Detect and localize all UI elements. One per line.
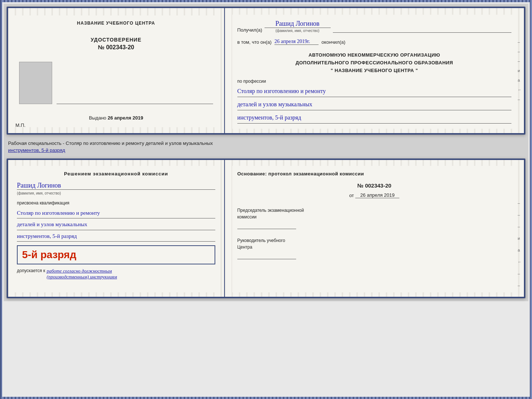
profession-label: по профессии xyxy=(237,79,511,84)
middle-text-line1: Рабочая специальность - Столяр по изгото… xyxy=(8,140,213,146)
org-name-quoted: " НАЗВАНИЕ УЧЕБНОГО ЦЕНТРА " xyxy=(237,67,511,75)
bottom-fio-label: (фамилия, имя, отчество) xyxy=(17,191,215,195)
profession-line2: деталей и узлов музыкальных xyxy=(237,99,511,110)
photo-placeholder xyxy=(19,62,52,104)
rank-text: 5-й разряд xyxy=(22,249,76,260)
issued-label: Выдано xyxy=(89,115,106,121)
doc-left-panel: НАЗВАНИЕ УЧЕБНОГО ЦЕНТРА УДОСТОВЕРЕНИЕ №… xyxy=(8,8,225,133)
bottom-recipient-name: Рашид Логинов xyxy=(17,182,215,190)
from-date: 26 апреля 2019 xyxy=(355,192,399,198)
allowed-handwritten: работе согласно должностным (производств… xyxy=(47,268,117,280)
director-signature-line xyxy=(237,253,296,259)
side-marks-bottom: – – – и а ← – – – xyxy=(518,201,522,298)
issued-date: 26 апреля 2019 xyxy=(108,115,143,121)
org-line1: АВТОНОМНУЮ НЕКОММЕРЧЕСКУЮ ОРГАНИЗАЦИЮ xyxy=(237,51,511,59)
org-block: АВТОНОМНУЮ НЕКОММЕРЧЕСКУЮ ОРГАНИЗАЦИЮ ДО… xyxy=(237,51,511,74)
mp-label: М.П. xyxy=(15,122,25,128)
chairman-signature-line xyxy=(237,223,296,229)
org-name-top: НАЗВАНИЕ УЧЕБНОГО ЦЕНТРА xyxy=(77,21,155,26)
from-date-line: от 26 апреля 2019 xyxy=(237,192,511,198)
profession-line1: Столяр по изготовлению и ремонту xyxy=(237,86,511,97)
from-label: от xyxy=(349,193,354,198)
page-container: НАЗВАНИЕ УЧЕБНОГО ЦЕНТРА УДОСТОВЕРЕНИЕ №… xyxy=(4,4,528,301)
fio-label: (фамилия, имя, отчество) xyxy=(276,29,320,33)
document-top: НАЗВАНИЕ УЧЕБНОГО ЦЕНТРА УДОСТОВЕРЕНИЕ №… xyxy=(7,7,525,135)
decision-title: Решением экзаменационной комиссии xyxy=(17,170,215,178)
vtom-date: 26 апреля 2019г. xyxy=(274,39,319,45)
cert-title: УДОСТОВЕРЕНИЕ xyxy=(91,37,141,43)
chairman-title: Председатель экзаменационной комиссии xyxy=(237,207,511,220)
recipient-name: Рашид Логинов xyxy=(265,20,331,28)
assigned-qual-label: присвоена квалификация xyxy=(17,200,215,206)
protocol-number: № 002343-20 xyxy=(237,182,511,189)
rank-box: 5-й разряд xyxy=(17,245,215,264)
qual-line2: деталей и узлов музыкальных xyxy=(17,219,215,230)
document-bottom: Решением экзаменационной комиссии Рашид … xyxy=(7,158,525,298)
allowed-label: допускается к xyxy=(17,268,45,273)
director-block: Руководитель учебного Центра xyxy=(237,237,511,259)
cert-number: № 002343-20 xyxy=(98,44,134,51)
chairman-block: Председатель экзаменационной комиссии xyxy=(237,207,511,229)
qual-line3: инструментов, 5-й разряд xyxy=(17,231,215,242)
basis-title: Основание: протокол экзаменационной коми… xyxy=(237,171,511,177)
issued-line: Выдано 26 апреля 2019 xyxy=(89,115,143,121)
okончил-label: окончил(а) xyxy=(321,39,345,45)
vtom-label: в том, что он(а) xyxy=(237,39,272,45)
middle-text-area: Рабочая специальность - Столяр по изгото… xyxy=(7,138,525,156)
doc-bottom-left: Решением экзаменационной комиссии Рашид … xyxy=(8,160,225,297)
vtom-line: в том, что он(а) 26 апреля 2019г. окончи… xyxy=(237,39,511,45)
org-line2: ДОПОЛНИТЕЛЬНОГО ПРОФЕССИОНАЛЬНОГО ОБРАЗО… xyxy=(237,59,511,67)
allowed-line: допускается к работе согласно должностны… xyxy=(17,268,215,280)
doc-bottom-right: Основание: протокол экзаменационной коми… xyxy=(225,160,524,297)
side-marks-top: – – – и а ← – xyxy=(518,40,522,101)
received-label: Получил(а) xyxy=(237,27,262,33)
profession-line3: инструментов, 5-й разряд xyxy=(237,113,511,124)
received-line: Получил(а) Рашид Логинов (фамилия, имя, … xyxy=(237,20,511,33)
doc-right-panel: Получил(а) Рашид Логинов (фамилия, имя, … xyxy=(225,8,524,133)
middle-text-line2: инструментов, 5-й разряд xyxy=(8,147,65,153)
director-title: Руководитель учебного Центра xyxy=(237,237,511,250)
qual-line1: Столяр по изготовлению и ремонту xyxy=(17,208,215,219)
